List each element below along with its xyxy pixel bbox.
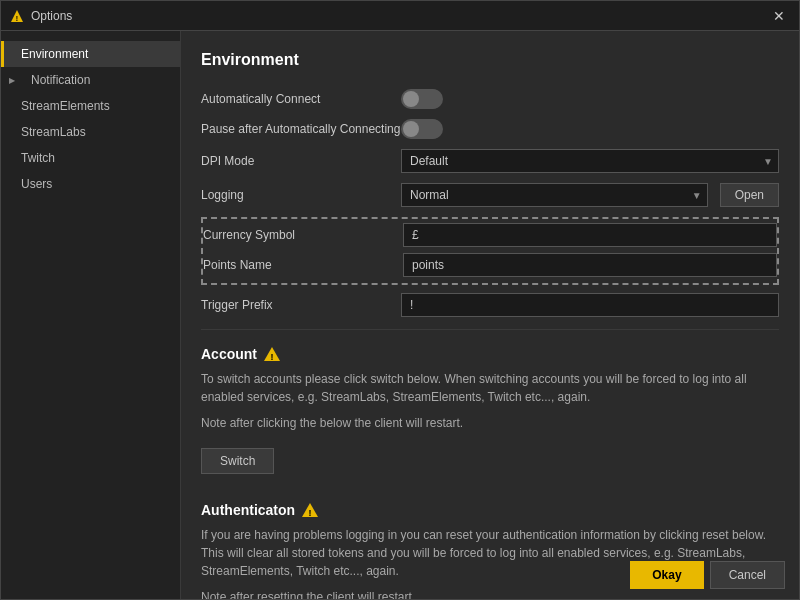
section-title: Environment: [201, 51, 779, 73]
trigger-control: [401, 293, 779, 317]
pause-toggle-thumb: [403, 121, 419, 137]
sidebar-item-environment[interactable]: Environment: [1, 41, 180, 67]
currency-label: Currency Symbol: [203, 228, 403, 242]
account-description-2: Note after clicking the below the client…: [201, 414, 779, 432]
points-row: Points Name: [203, 253, 777, 277]
pause-row: Pause after Automatically Connecting: [201, 119, 779, 139]
dpi-select-wrapper: Default ▼: [401, 149, 779, 173]
auto-connect-label: Automatically Connect: [201, 92, 401, 106]
pause-label: Pause after Automatically Connecting: [201, 122, 401, 136]
points-input[interactable]: [403, 253, 777, 277]
switch-button[interactable]: Switch: [201, 448, 274, 474]
auto-connect-control: [401, 89, 779, 109]
account-description-1: To switch accounts please click switch b…: [201, 370, 779, 406]
sidebar-item-streamelements[interactable]: StreamElements: [1, 93, 180, 119]
svg-text:!: !: [271, 352, 274, 362]
dpi-select[interactable]: Default: [401, 149, 779, 173]
logging-select-wrapper: Normal ▼: [401, 183, 708, 207]
logging-select[interactable]: Normal: [401, 183, 708, 207]
divider-1: [201, 329, 779, 330]
account-warning-icon: !: [263, 346, 281, 362]
logging-control: Normal ▼ Open: [401, 183, 779, 207]
trigger-label: Trigger Prefix: [201, 298, 401, 312]
logging-label: Logging: [201, 188, 401, 202]
trigger-row: Trigger Prefix: [201, 293, 779, 317]
close-button[interactable]: ✕: [767, 6, 791, 26]
window-title: Options: [31, 9, 767, 23]
sidebar-item-twitch[interactable]: Twitch: [1, 145, 180, 171]
sidebar-item-users[interactable]: Users: [1, 171, 180, 197]
dpi-row: DPI Mode Default ▼: [201, 149, 779, 173]
auth-section-title: Authenticaton !: [201, 502, 779, 518]
trigger-input[interactable]: [401, 293, 779, 317]
footer-buttons: Okay Cancel: [616, 551, 799, 599]
auth-warning-icon: !: [301, 502, 319, 518]
currency-input[interactable]: [403, 223, 777, 247]
open-log-button[interactable]: Open: [720, 183, 779, 207]
options-window: ! Options ✕ Environment Notification Str…: [0, 0, 800, 600]
svg-text:!: !: [309, 508, 312, 518]
cancel-button[interactable]: Cancel: [710, 561, 785, 589]
currency-control: [403, 223, 777, 247]
content-area: Environment Notification StreamElements …: [1, 31, 799, 599]
points-control: [403, 253, 777, 277]
okay-button[interactable]: Okay: [630, 561, 703, 589]
svg-text:!: !: [16, 15, 18, 22]
dpi-label: DPI Mode: [201, 154, 401, 168]
auto-connect-toggle[interactable]: [401, 89, 443, 109]
pause-toggle[interactable]: [401, 119, 443, 139]
logging-row: Logging Normal ▼ Open: [201, 183, 779, 207]
pause-control: [401, 119, 779, 139]
app-icon: !: [9, 8, 25, 24]
sidebar-item-streamlabs[interactable]: StreamLabs: [1, 119, 180, 145]
titlebar: ! Options ✕: [1, 1, 799, 31]
dashed-highlight-box: Currency Symbol Points Name: [201, 217, 779, 285]
sidebar-item-notification[interactable]: Notification: [1, 67, 180, 93]
toggle-thumb: [403, 91, 419, 107]
points-label: Points Name: [203, 258, 403, 272]
sidebar: Environment Notification StreamElements …: [1, 31, 181, 599]
currency-row: Currency Symbol: [203, 223, 777, 247]
auto-connect-row: Automatically Connect: [201, 89, 779, 109]
main-panel: Environment Automatically Connect Pause …: [181, 31, 799, 599]
account-section-title: Account !: [201, 346, 779, 362]
